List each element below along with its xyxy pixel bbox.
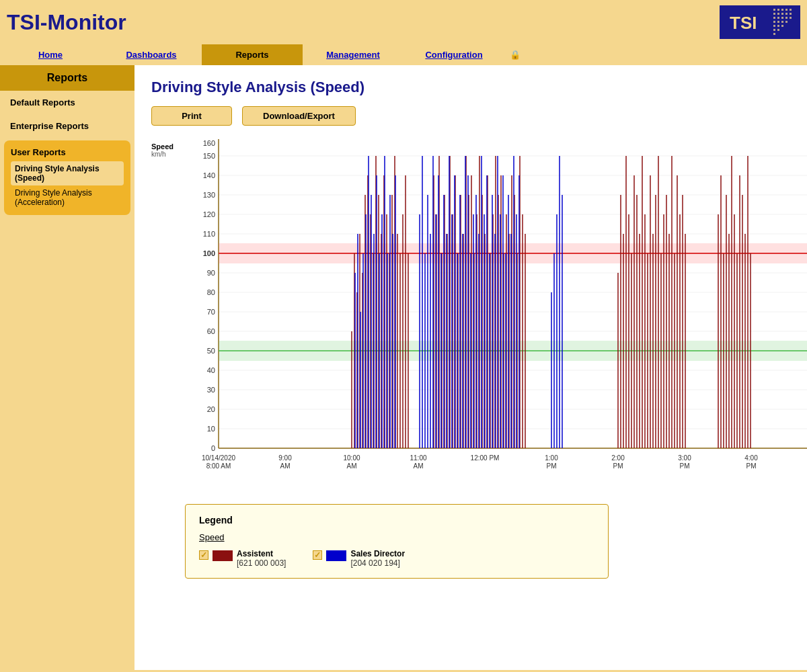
nav-dashboards[interactable]: Dashboards bbox=[101, 44, 202, 65]
svg-text:120: 120 bbox=[203, 210, 215, 218]
nav-reports[interactable]: Reports bbox=[202, 44, 303, 65]
svg-text:150: 150 bbox=[203, 152, 215, 160]
svg-rect-19 bbox=[785, 21, 787, 23]
svg-text:12:00 PM: 12:00 PM bbox=[471, 454, 500, 462]
nav-management[interactable]: Management bbox=[303, 44, 404, 65]
svg-text:30: 30 bbox=[207, 386, 215, 394]
svg-rect-13 bbox=[781, 17, 783, 19]
assistent-color bbox=[213, 550, 233, 561]
svg-rect-7 bbox=[777, 13, 779, 15]
svg-text:4:00: 4:00 bbox=[744, 454, 758, 462]
x-axis-labels: 10/14/2020 8:00 AM 9:00 AM 10:00 AM 11:0… bbox=[202, 454, 807, 470]
svg-text:1:00: 1:00 bbox=[545, 454, 558, 462]
legend-item-sales-director: ✓ Sales Director [204 020 194] bbox=[313, 549, 405, 568]
sidebar: Reports Default Reports Enterprise Repor… bbox=[0, 65, 134, 670]
svg-rect-6 bbox=[773, 13, 775, 15]
sidebar-header: Reports bbox=[0, 65, 134, 91]
svg-rect-20 bbox=[773, 25, 775, 27]
svg-text:80: 80 bbox=[207, 288, 215, 296]
svg-text:70: 70 bbox=[207, 308, 215, 316]
svg-rect-25 bbox=[773, 33, 775, 35]
sales-director-data bbox=[355, 156, 807, 448]
sidebar-item-driving-accel[interactable]: Driving Style Analysis (Acceleration) bbox=[11, 185, 124, 210]
svg-text:10:00: 10:00 bbox=[343, 454, 360, 462]
toolbar: Print Download/Export bbox=[151, 106, 807, 126]
legend-title: Legend bbox=[199, 515, 594, 526]
svg-text:130: 130 bbox=[203, 191, 215, 199]
svg-text:8:00 AM: 8:00 AM bbox=[206, 462, 231, 470]
download-export-button[interactable]: Download/Export bbox=[242, 106, 356, 126]
svg-text:20: 20 bbox=[207, 405, 215, 413]
y-axis-labels: 0 10 20 30 40 50 60 70 80 90 100 110 bbox=[203, 139, 215, 452]
main-content: Driving Style Analysis (Speed) Print Dow… bbox=[134, 65, 807, 670]
sales-director-name: Sales Director bbox=[350, 549, 405, 558]
svg-text:40: 40 bbox=[207, 366, 215, 374]
svg-text:0: 0 bbox=[211, 444, 215, 452]
svg-rect-22 bbox=[781, 25, 783, 27]
assistent-text: Assistent [621 000 003] bbox=[237, 549, 286, 568]
svg-text:AM: AM bbox=[280, 462, 291, 470]
svg-rect-9 bbox=[785, 13, 787, 15]
sidebar-item-enterprise-reports[interactable]: Enterprise Reports bbox=[0, 114, 134, 138]
svg-text:PM: PM bbox=[746, 462, 757, 470]
svg-rect-17 bbox=[777, 21, 779, 23]
svg-rect-1 bbox=[773, 9, 775, 11]
svg-text:3:00: 3:00 bbox=[678, 454, 691, 462]
chart-container: ◀ ▶ + − Speed km/h bbox=[151, 139, 807, 484]
sales-director-checkbox[interactable]: ✓ bbox=[313, 550, 322, 560]
sales-director-color bbox=[326, 550, 346, 561]
sidebar-item-default-reports[interactable]: Default Reports bbox=[0, 91, 134, 114]
main-layout: Reports Default Reports Enterprise Repor… bbox=[0, 65, 807, 670]
sales-director-id: [204 020 194] bbox=[350, 558, 405, 568]
print-button[interactable]: Print bbox=[151, 106, 232, 126]
chart-svg-wrapper: 0 10 20 30 40 50 60 70 80 90 100 110 bbox=[185, 139, 807, 484]
svg-text:90: 90 bbox=[207, 269, 215, 277]
svg-text:60: 60 bbox=[207, 327, 215, 335]
svg-text:2:00: 2:00 bbox=[611, 454, 625, 462]
svg-text:PM: PM bbox=[613, 462, 623, 470]
nav-configuration[interactable]: Configuration bbox=[404, 44, 504, 65]
nav-home[interactable]: Home bbox=[0, 44, 101, 65]
svg-text:11:00: 11:00 bbox=[410, 454, 426, 462]
svg-rect-23 bbox=[773, 29, 775, 31]
svg-text:160: 160 bbox=[203, 139, 215, 147]
svg-text:100: 100 bbox=[203, 249, 215, 257]
svg-text:10/14/2020: 10/14/2020 bbox=[202, 454, 235, 462]
svg-rect-3 bbox=[781, 9, 783, 11]
svg-rect-15 bbox=[790, 17, 792, 19]
assistent-checkbox[interactable]: ✓ bbox=[199, 550, 208, 560]
assistent-id: [621 000 003] bbox=[237, 558, 286, 568]
chart-y-label: Speed bbox=[151, 142, 174, 151]
legend-speed-label: Speed bbox=[199, 532, 594, 542]
svg-rect-4 bbox=[785, 9, 787, 11]
svg-rect-8 bbox=[781, 13, 783, 15]
legend-items: ✓ Assistent [621 000 003] ✓ Sales Dir bbox=[199, 549, 594, 568]
svg-text:110: 110 bbox=[203, 230, 215, 238]
svg-rect-14 bbox=[785, 17, 787, 19]
svg-text:TSI: TSI bbox=[730, 13, 757, 33]
user-reports-label: User Reports bbox=[11, 146, 124, 161]
svg-rect-5 bbox=[790, 9, 792, 11]
sidebar-item-driving-speed[interactable]: Driving Style Analysis (Speed) bbox=[11, 161, 124, 185]
lock-icon[interactable]: 🔒 bbox=[504, 44, 526, 65]
svg-rect-18 bbox=[781, 21, 783, 23]
chart-y-unit: km/h bbox=[151, 151, 166, 158]
svg-text:AM: AM bbox=[347, 462, 357, 470]
app-header: TSI-Monitor TSI bbox=[0, 0, 807, 44]
app-title: TSI-Monitor bbox=[7, 10, 126, 35]
svg-rect-2 bbox=[777, 9, 779, 11]
svg-rect-12 bbox=[777, 17, 779, 19]
nav-bar: Home Dashboards Reports Management Confi… bbox=[0, 44, 807, 65]
svg-text:140: 140 bbox=[203, 171, 215, 179]
page-title: Driving Style Analysis (Speed) bbox=[151, 79, 807, 96]
chart-svg: 0 10 20 30 40 50 60 70 80 90 100 110 bbox=[185, 139, 807, 482]
assistent-name: Assistent bbox=[237, 549, 286, 558]
svg-text:9:00: 9:00 bbox=[278, 454, 292, 462]
svg-text:10: 10 bbox=[207, 425, 215, 433]
sales-director-check: ✓ bbox=[314, 550, 321, 560]
assistent-check: ✓ bbox=[200, 550, 207, 560]
svg-rect-11 bbox=[773, 17, 775, 19]
user-reports-section: User Reports Driving Style Analysis (Spe… bbox=[4, 140, 130, 215]
svg-text:PM: PM bbox=[680, 462, 690, 470]
svg-rect-10 bbox=[790, 13, 792, 15]
